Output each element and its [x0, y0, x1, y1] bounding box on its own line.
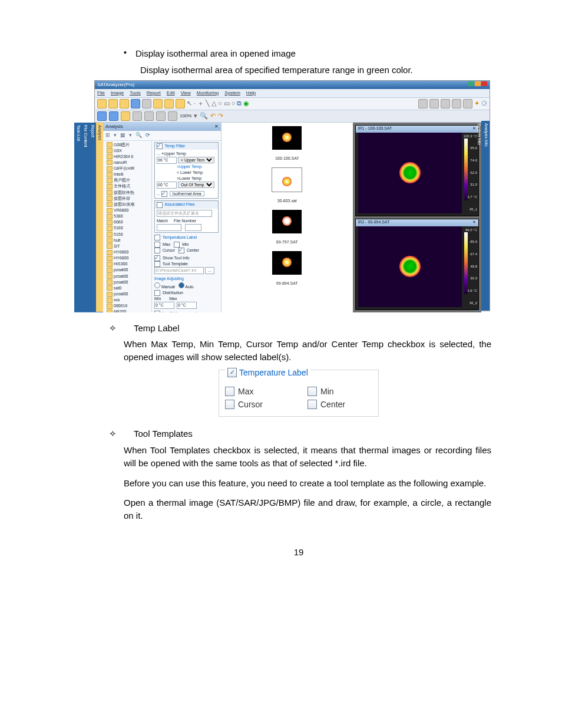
- layout-2-icon[interactable]: [429, 99, 439, 108]
- tl-center-checkbox[interactable]: [178, 248, 184, 253]
- zoom-icon[interactable]: [156, 111, 166, 121]
- new-icon[interactable]: [142, 99, 151, 108]
- menu-image[interactable]: Image: [111, 90, 124, 97]
- center-checkbox[interactable]: [308, 400, 317, 409]
- tree-item[interactable]: HY6800: [104, 255, 150, 261]
- tl-max-checkbox[interactable]: [154, 242, 160, 248]
- tree-item[interactable]: 文件格式: [104, 183, 150, 189]
- menu-edit[interactable]: Edit: [167, 90, 175, 97]
- distribution-checkbox[interactable]: [154, 290, 160, 296]
- layout-3-icon[interactable]: [441, 99, 450, 108]
- isotherm-tool-icon[interactable]: ◉: [243, 99, 249, 108]
- tree-item[interactable]: sat0: [104, 285, 150, 291]
- tree-item[interactable]: 5150: [104, 232, 150, 238]
- tree-item[interactable]: HIS300: [104, 261, 150, 267]
- right-tab-strip[interactable]: Analysis Info System Info: [481, 121, 490, 311]
- tab-file-content[interactable]: File Content: [82, 123, 89, 312]
- tree-item[interactable]: G0X: [104, 148, 150, 154]
- menu-monitoring[interactable]: Monitoring: [197, 90, 219, 97]
- menu-report[interactable]: Report: [147, 90, 161, 97]
- fileno-input[interactable]: [185, 224, 201, 231]
- templabel-group-checkbox[interactable]: ✓: [227, 368, 237, 377]
- opt-lt-lower[interactable]: < Lower Temp: [157, 170, 216, 176]
- tree-item[interactable]: pzsat00: [104, 279, 150, 285]
- show-tool-info-checkbox[interactable]: [154, 255, 160, 261]
- tree-item[interactable]: hult: [104, 238, 150, 243]
- tab-analysis-info[interactable]: Analysis Info: [482, 121, 490, 311]
- play-icon[interactable]: [131, 99, 140, 108]
- fit-icon[interactable]: [168, 111, 177, 121]
- tree-item[interactable]: 080616: [104, 303, 150, 309]
- folder-icon[interactable]: [97, 99, 107, 108]
- menu-file[interactable]: File: [97, 90, 105, 97]
- max-checkbox[interactable]: [225, 387, 234, 396]
- wand-icon[interactable]: ✦: [474, 99, 480, 108]
- isothermal-checkbox[interactable]: [161, 191, 167, 197]
- browse-button[interactable]: …: [205, 267, 214, 274]
- thumbnail[interactable]: [272, 251, 302, 275]
- menu-bar[interactable]: File Image Tools Report Edit View Monito…: [95, 89, 490, 98]
- folder-tree[interactable]: G08图片G0XHIR2304 6nanoIRG8平台HIRIntelli用户图…: [103, 141, 152, 312]
- ellipse-tool-icon[interactable]: ○: [232, 99, 236, 108]
- tree-item[interactable]: G08图片: [104, 142, 150, 148]
- point-tool-icon[interactable]: ·: [194, 99, 196, 108]
- tree-item[interactable]: VR6800: [104, 207, 150, 213]
- network-icon[interactable]: ⚆: [481, 99, 487, 108]
- undo-icon[interactable]: ↶: [210, 111, 216, 121]
- auto-radio[interactable]: [178, 282, 184, 288]
- min-input[interactable]: 0 °C: [154, 302, 174, 309]
- thumbnail[interactable]: [272, 167, 302, 192]
- cross-tool-icon[interactable]: ＋: [197, 99, 204, 108]
- tree-item[interactable]: Intelli: [104, 172, 150, 177]
- menu-system[interactable]: System: [224, 90, 240, 97]
- tree-item[interactable]: 6060: [104, 219, 150, 225]
- tree-item[interactable]: pzsat00: [104, 267, 150, 273]
- tree-item[interactable]: HY6800: [104, 249, 150, 255]
- lower-temp-op[interactable]: Out Of Temp Range: [178, 182, 214, 188]
- tree-item[interactable]: pzsat00: [104, 291, 150, 297]
- image-pane-2[interactable]: IR2 - 90-894.SAT✕ 96.0 °C 85.9 67.4 48.8…: [355, 219, 480, 310]
- max-input[interactable]: 0 °C: [177, 302, 197, 309]
- chart-tool-icon[interactable]: ⧉: [237, 99, 242, 108]
- tree-item[interactable]: 接图外部: [104, 196, 150, 202]
- magnifier-icon[interactable]: 🔍: [200, 111, 208, 121]
- thumbnail[interactable]: [272, 210, 302, 233]
- min-checkbox[interactable]: [308, 387, 317, 396]
- toolbar-1[interactable]: ↖ · ＋ ╲ △ ○ ▭ ○ ⧉ ◉ ✦ ⚆: [95, 98, 490, 110]
- menu-tools[interactable]: Tools: [130, 90, 141, 97]
- table-icon[interactable]: [133, 111, 142, 121]
- circle-tool-icon[interactable]: ○: [218, 99, 222, 108]
- templabel-checkbox[interactable]: [154, 235, 160, 241]
- panel-toolbar[interactable]: ⊞▾ ▦▾ 🔍 ⟳: [103, 131, 221, 141]
- tab-analysis[interactable]: Analysis: [96, 123, 103, 312]
- toolbar-2[interactable]: 100% ▾ 🔍 ↶ ↷: [95, 110, 490, 123]
- upper-temp-op[interactable]: < Upper Temp: [178, 157, 214, 163]
- manual-radio[interactable]: [154, 282, 160, 288]
- inbox-icon[interactable]: [121, 111, 130, 121]
- rect-tool-icon[interactable]: ▭: [224, 99, 230, 108]
- save-icon[interactable]: [108, 99, 118, 108]
- upper-temp-input[interactable]: 96 °C: [157, 157, 177, 164]
- thumbnail[interactable]: [272, 126, 302, 150]
- tab-report[interactable]: Report: [89, 123, 96, 312]
- layout-5-icon[interactable]: [463, 99, 472, 108]
- image-pane-1[interactable]: IR1 - 100-100.SAT✕ 100.3 °C 95.6 74.0 52…: [355, 125, 480, 216]
- tab-system-info[interactable]: System Info: [475, 121, 482, 311]
- lower-temp-input[interactable]: 60 °C: [157, 182, 177, 189]
- cut-icon[interactable]: [176, 99, 185, 108]
- assoc-files-checkbox[interactable]: [157, 202, 163, 208]
- menu-help[interactable]: Help: [246, 90, 256, 97]
- temp-filter-checkbox[interactable]: [157, 143, 163, 149]
- invalid-map-checkbox[interactable]: [154, 311, 160, 312]
- tree-item[interactable]: sss: [104, 297, 150, 303]
- cursor-checkbox[interactable]: [225, 400, 234, 409]
- triangle-tool-icon[interactable]: △: [211, 99, 216, 108]
- tree-item[interactable]: nanoIR: [104, 160, 150, 166]
- menu-view[interactable]: View: [181, 90, 191, 97]
- tl-cursor-checkbox[interactable]: [154, 248, 160, 253]
- tool-template-checkbox[interactable]: [154, 261, 160, 267]
- refresh-icon[interactable]: ⟳: [146, 131, 150, 139]
- copy-icon[interactable]: [153, 99, 163, 108]
- arrow-tool-icon[interactable]: ↖: [187, 99, 192, 108]
- opt-gt-upper[interactable]: >Upper Temp: [157, 164, 216, 170]
